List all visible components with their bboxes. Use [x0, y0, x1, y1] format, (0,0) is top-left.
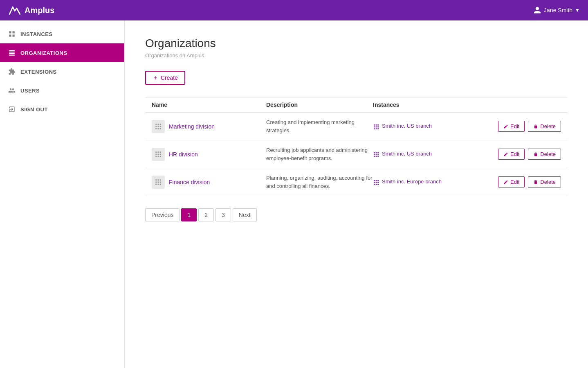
- page-2-button[interactable]: 2: [198, 208, 214, 221]
- svg-rect-50: [155, 183, 157, 185]
- sidebar-item-instances-label: INSTANCES: [20, 31, 53, 37]
- edit-button[interactable]: Edit: [498, 121, 525, 132]
- org-grid-icon: [155, 178, 162, 186]
- svg-rect-37: [377, 152, 379, 154]
- table-row: HR division Recruiting job applicants an…: [145, 140, 568, 168]
- svg-rect-45: [158, 179, 159, 181]
- sidebar-item-extensions[interactable]: EXTENSIONS: [0, 62, 124, 81]
- instance-name: Smith inc. Europe branch: [382, 178, 442, 185]
- svg-rect-25: [377, 128, 379, 129]
- svg-rect-15: [158, 128, 159, 129]
- delete-icon: [533, 124, 538, 129]
- actions-cell: Edit Delete: [487, 176, 561, 187]
- svg-rect-22: [377, 126, 379, 127]
- delete-button[interactable]: Delete: [528, 121, 561, 132]
- org-icon: [152, 148, 165, 161]
- svg-rect-55: [377, 180, 379, 181]
- sidebar-item-signout[interactable]: SIGN OUT: [0, 100, 124, 119]
- edit-button[interactable]: Edit: [498, 149, 525, 160]
- svg-rect-0: [9, 31, 11, 33]
- org-icon: [152, 120, 165, 133]
- edit-label: Edit: [510, 151, 519, 157]
- org-instance: Smith inc. US branch: [373, 123, 487, 130]
- sidebar-item-users-label: USERS: [20, 88, 40, 94]
- sidebar-item-instances[interactable]: INSTANCES: [0, 25, 124, 43]
- edit-label: Edit: [510, 179, 519, 185]
- puzzle-icon: [8, 68, 16, 75]
- svg-rect-60: [376, 184, 377, 185]
- svg-rect-40: [377, 154, 379, 155]
- svg-rect-11: [155, 126, 157, 127]
- delete-label: Delete: [540, 179, 556, 185]
- page-3-button[interactable]: 3: [215, 208, 231, 221]
- page-subtitle: Organizations on Amplus: [145, 52, 568, 59]
- plus-icon: [153, 75, 158, 81]
- org-name-link[interactable]: HR division: [169, 151, 198, 158]
- svg-rect-59: [374, 184, 375, 185]
- sidebar-item-users[interactable]: USERS: [0, 81, 124, 100]
- sidebar-item-organizations[interactable]: ORGANIZATIONS: [0, 43, 124, 62]
- org-name-link[interactable]: Finance division: [169, 179, 210, 185]
- org-instance: Smith inc. Europe branch: [373, 178, 487, 186]
- svg-rect-44: [155, 179, 157, 181]
- svg-rect-29: [155, 154, 157, 155]
- instance-icon: [373, 179, 379, 186]
- svg-rect-52: [160, 183, 161, 185]
- svg-rect-28: [160, 151, 161, 153]
- svg-rect-48: [158, 181, 159, 183]
- user-menu[interactable]: Jane Smith ▼: [533, 6, 580, 14]
- svg-rect-2: [9, 35, 11, 37]
- sidebar-item-organizations-label: ORGANIZATIONS: [20, 50, 67, 56]
- svg-rect-58: [377, 182, 379, 183]
- svg-rect-36: [376, 152, 377, 154]
- next-button[interactable]: Next: [233, 208, 257, 221]
- account-icon: [533, 6, 541, 14]
- app-logo: Amplus: [8, 4, 54, 17]
- pagination: Previous 1 2 3 Next: [145, 208, 568, 221]
- svg-rect-56: [374, 182, 375, 183]
- topbar: Amplus Jane Smith ▼: [0, 0, 588, 20]
- grid-icon: [8, 30, 16, 38]
- org-name-link[interactable]: Marketing division: [169, 123, 215, 130]
- create-button[interactable]: Create: [145, 71, 185, 85]
- svg-rect-16: [160, 128, 161, 129]
- col-description: Description: [266, 102, 373, 108]
- svg-rect-7: [9, 55, 15, 56]
- delete-button[interactable]: Delete: [528, 176, 561, 187]
- svg-rect-9: [158, 124, 159, 125]
- edit-icon: [503, 152, 508, 157]
- sidebar-item-extensions-label: EXTENSIONS: [20, 69, 57, 75]
- svg-rect-19: [377, 124, 379, 126]
- previous-button[interactable]: Previous: [145, 208, 180, 221]
- svg-rect-31: [160, 154, 161, 155]
- app-name: Amplus: [25, 6, 54, 15]
- user-name: Jane Smith: [544, 7, 572, 14]
- org-grid-icon: [155, 123, 162, 130]
- sidebar: INSTANCES ORGANIZATIONS EXTENSIONS USERS: [0, 20, 125, 368]
- org-instance: Smith inc. US branch: [373, 151, 487, 158]
- org-name-cell: HR division: [152, 148, 266, 161]
- instance-icon: [373, 124, 379, 130]
- table-header: Name Description Instances: [145, 97, 568, 113]
- svg-rect-33: [158, 156, 159, 157]
- svg-rect-26: [155, 151, 157, 153]
- edit-button[interactable]: Edit: [498, 176, 525, 187]
- actions-cell: Edit Delete: [487, 121, 561, 132]
- svg-rect-24: [376, 128, 377, 129]
- org-name-cell: Marketing division: [152, 120, 266, 133]
- svg-rect-53: [374, 180, 375, 181]
- delete-button[interactable]: Delete: [528, 149, 561, 160]
- svg-rect-13: [160, 126, 161, 127]
- table-row: Marketing division Creating and implemen…: [145, 113, 568, 140]
- col-instances: Instances: [373, 102, 487, 108]
- table-row: Finance division Planning, organizing, a…: [145, 168, 568, 196]
- svg-rect-17: [374, 124, 375, 126]
- page-1-button[interactable]: 1: [181, 208, 197, 221]
- org-icon: [152, 176, 165, 189]
- svg-rect-1: [13, 31, 15, 33]
- svg-rect-12: [158, 126, 159, 127]
- logo-icon: [8, 4, 21, 17]
- delete-icon: [533, 180, 538, 185]
- svg-rect-51: [158, 183, 159, 185]
- edit-icon: [503, 124, 508, 129]
